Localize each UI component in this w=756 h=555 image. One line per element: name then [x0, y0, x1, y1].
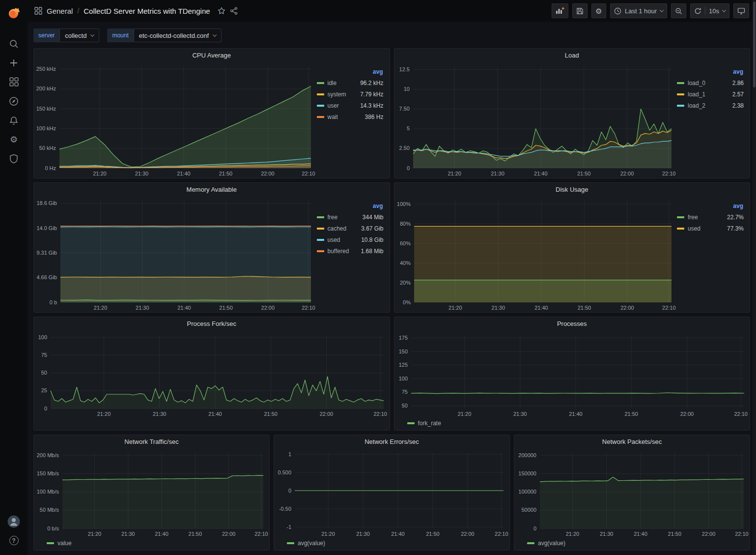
svg-text:21:30: 21:30 — [600, 531, 614, 537]
panel-header[interactable]: Network Packets/sec — [514, 435, 750, 448]
breadcrumb-folder[interactable]: General — [47, 7, 73, 15]
legend-item-wait[interactable]: wait386 Hz — [317, 111, 384, 122]
add-panel-button[interactable] — [552, 3, 568, 18]
svg-text:2.50: 2.50 — [399, 145, 409, 151]
legend-item-load_1[interactable]: load_12.57 — [677, 88, 744, 100]
scrollbar-thumb[interactable] — [753, 1, 756, 88]
load-chart[interactable]: 02.5057.501012.521:2021:3021:4021:5022:0… — [394, 61, 677, 178]
load-legend: avgload_02.86load_12.57load_22.38 — [677, 61, 750, 178]
legend-item-cached[interactable]: cached3.67 Gib — [317, 223, 384, 234]
svg-text:22:00: 22:00 — [620, 171, 634, 176]
add-panel-icon — [556, 7, 564, 15]
series-avg-value: 96.2 kHz — [360, 80, 383, 87]
legend-item-avg(value)[interactable]: avg(value) — [527, 540, 565, 547]
svg-text:21:30: 21:30 — [135, 171, 149, 176]
network-traffic-chart[interactable]: 0 b/s50 Mb/s100 Mb/s150 Mb/s200 Mb/s21:2… — [34, 448, 269, 538]
svg-text:50: 50 — [401, 403, 407, 409]
star-dashboard-button[interactable] — [218, 7, 225, 15]
share-dashboard-button[interactable] — [230, 7, 238, 15]
svg-text:50000: 50000 — [521, 507, 536, 513]
create-button[interactable] — [3, 53, 25, 72]
network-packets-chart[interactable]: 05000010000015000020000021:2021:3021:402… — [514, 448, 750, 538]
disk-usage-chart[interactable]: 0%20%40%60%80%100%21:2021:3021:4021:5022… — [394, 196, 677, 312]
time-range-picker[interactable]: Last 1 hour — [610, 3, 667, 18]
legend-item-fork_rate[interactable]: fork_rate — [407, 420, 441, 427]
svg-text:21:20: 21:20 — [94, 305, 108, 311]
panel-title: Network Errors/sec — [364, 438, 419, 445]
legend-item-avg(value)[interactable]: avg(value) — [287, 540, 325, 547]
svg-text:60%: 60% — [399, 240, 410, 246]
help-button[interactable]: ? — [3, 531, 25, 550]
server-admin-button[interactable] — [3, 149, 25, 168]
variable-mount-value[interactable]: etc-collectd-collectd.conf — [134, 29, 222, 42]
svg-text:0: 0 — [44, 406, 47, 411]
svg-text:40%: 40% — [399, 260, 410, 266]
star-icon — [218, 7, 225, 15]
legend-item-system[interactable]: system7.79 kHz — [317, 88, 384, 100]
dashboards-button[interactable] — [3, 72, 25, 91]
user-profile-button[interactable] — [3, 512, 25, 531]
legend-item-user[interactable]: user14.3 kHz — [317, 100, 384, 111]
chart-canvas: 0 Hz50 kHz100 kHz150 kHz200 kHz250 kHz21… — [34, 61, 317, 178]
panel-title: Disk Usage — [556, 186, 588, 193]
svg-text:100: 100 — [398, 376, 407, 381]
processes-chart[interactable]: 507510012515017521:2021:3021:4021:5022:0… — [394, 330, 750, 418]
top-navbar: General / CollectD Server Metrics with T… — [28, 0, 756, 22]
variable-mount[interactable]: mount etc-collectd-collectd.conf — [107, 29, 222, 42]
series-avg-value: 7.79 kHz — [360, 91, 383, 98]
legend-item-load_0[interactable]: load_02.86 — [677, 77, 744, 88]
legend-avg-header: avg — [677, 203, 744, 209]
svg-text:21:20: 21:20 — [97, 411, 111, 417]
cycle-view-mode-button[interactable] — [733, 3, 749, 18]
legend-item-used[interactable]: used77.3% — [677, 223, 744, 234]
refresh-picker[interactable]: 10s — [690, 3, 729, 18]
zoom-out-time-button[interactable] — [671, 3, 686, 18]
explore-button[interactable] — [3, 91, 25, 111]
panel-title: Network Packets/sec — [602, 438, 662, 445]
svg-text:4.66 Gib: 4.66 Gib — [36, 274, 57, 280]
dashboard-settings-button[interactable]: ⚙ — [591, 3, 606, 18]
grafana-logo[interactable] — [4, 3, 24, 22]
svg-text:0 Hz: 0 Hz — [45, 165, 56, 171]
alerting-button[interactable] — [3, 111, 25, 130]
series-avg-value: 2.38 — [732, 102, 744, 109]
network-errors-chart[interactable]: -1-0.5000.500121:2021:3021:4021:5022:002… — [274, 448, 509, 538]
panel-header[interactable]: Process Fork/sec — [34, 317, 390, 330]
svg-text:21:50: 21:50 — [219, 171, 233, 176]
svg-text:10: 10 — [403, 86, 409, 92]
search-button[interactable] — [3, 34, 25, 53]
cpu-average-chart[interactable]: 0 Hz50 kHz100 kHz150 kHz200 kHz250 kHz21… — [34, 61, 317, 178]
panel-header[interactable]: Memory Available — [34, 183, 390, 196]
configuration-button[interactable]: ⚙ — [3, 130, 25, 149]
series-avg-value: 344 Mib — [363, 214, 384, 221]
process-fork-chart[interactable]: 025507510021:2021:3021:4021:5022:0022:10 — [34, 330, 390, 418]
scrollbar-track[interactable] — [753, 0, 756, 555]
panel-header[interactable]: Load — [394, 49, 750, 61]
svg-text:21:50: 21:50 — [189, 531, 202, 537]
svg-text:21:30: 21:30 — [491, 305, 505, 311]
legend-item-free[interactable]: free344 Mib — [317, 211, 384, 223]
legend-item-free[interactable]: free22.7% — [677, 211, 744, 223]
panel-network-packets: Network Packets/sec 05000010000015000020… — [514, 435, 750, 551]
legend-item-buffered[interactable]: buffered1.68 Mib — [317, 245, 384, 257]
panel-header[interactable]: Network Errors/sec — [274, 435, 509, 448]
series-avg-value: 386 Hz — [364, 114, 383, 120]
panel-header[interactable]: CPU Average — [34, 49, 390, 61]
panel-header[interactable]: Disk Usage — [394, 183, 750, 196]
panel-header[interactable]: Network Traffic/sec — [34, 435, 269, 448]
legend-item-load_2[interactable]: load_22.38 — [677, 100, 744, 111]
svg-text:21:50: 21:50 — [577, 171, 590, 176]
variable-server[interactable]: server collectd — [33, 29, 99, 42]
gear-icon: ⚙ — [595, 7, 602, 15]
variable-server-value[interactable]: collectd — [59, 29, 99, 42]
legend-item-used[interactable]: used10.8 Gib — [317, 234, 384, 245]
breadcrumb-separator: / — [77, 7, 79, 15]
svg-text:21:20: 21:20 — [448, 305, 462, 311]
panel-memory-available: Memory Available 0 b4.66 Gib9.31 Gib14.0… — [33, 182, 390, 313]
legend-item-value[interactable]: value — [47, 540, 72, 547]
panel-header[interactable]: Processes — [394, 317, 750, 330]
save-dashboard-button[interactable] — [572, 3, 588, 18]
legend-item-idle[interactable]: idle96.2 kHz — [317, 77, 384, 88]
memory-available-chart[interactable]: 0 b4.66 Gib9.31 Gib14.0 Gib18.6 Gib21:20… — [34, 196, 317, 312]
svg-text:150 Mb/s: 150 Mb/s — [37, 470, 59, 476]
